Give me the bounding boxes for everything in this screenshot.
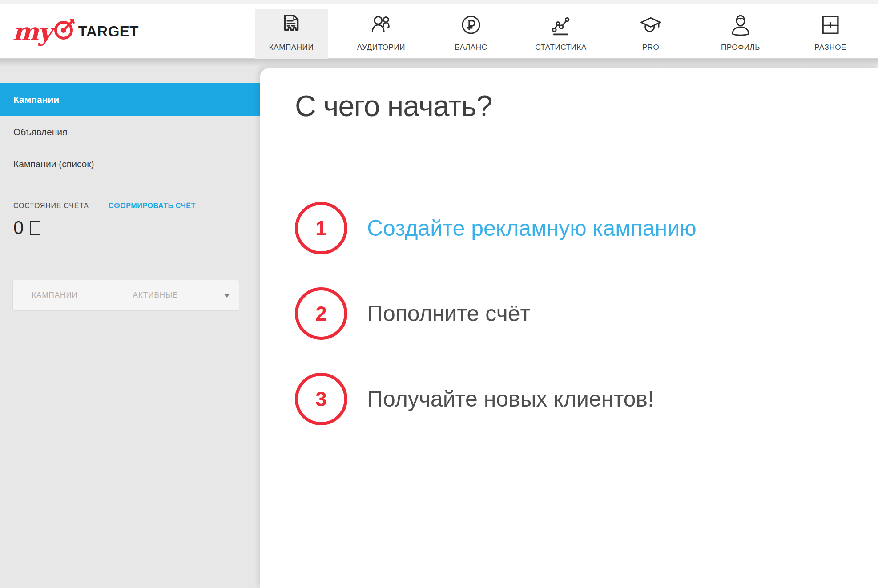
main-nav: КАМПАНИИ АУДИТОРИИ [255,9,867,59]
page-area: Кампании Объявления Кампании (список) СО… [0,59,878,588]
nav-tab-label: PRO [642,43,660,52]
grid-plus-icon [818,12,842,38]
step-number-circle: 1 [295,202,347,254]
ruble-circle-icon [459,12,483,38]
page-title: С чего начать? [295,89,878,123]
person-icon [729,12,753,38]
filter-status-segment[interactable]: АКТИВНЫЕ [97,280,214,310]
step-text: Пополните счёт [367,301,530,326]
nav-tab-label: БАЛАНС [455,43,487,52]
users-icon [369,12,393,38]
line-chart-icon [549,12,573,38]
sidebar-item-ads[interactable]: Объявления [0,116,260,148]
sidebar-menu: Кампании Объявления Кампании (список) [0,59,260,180]
create-campaign-link[interactable]: Создайте рекламную кампанию [367,215,697,241]
nav-tab-misc[interactable]: РАЗНОЕ [794,9,867,59]
campaign-filter-control: КАМПАНИИ АКТИВНЫЕ [12,280,239,311]
logo-target-text: TARGET [78,23,139,40]
step-get-clients: 3 Получайте новых клиентов! [295,373,878,425]
filter-entity-label: КАМПАНИИ [32,291,78,300]
step-text: Получайте новых клиентов! [367,386,654,412]
onboarding-steps: 1 Создайте рекламную кампанию 2 Пополнит… [295,202,878,425]
filter-entity-segment[interactable]: КАМПАНИИ [13,280,97,310]
sidebar-item-campaigns-list[interactable]: Кампании (список) [0,148,260,180]
filter-dropdown-toggle[interactable] [214,280,239,310]
account-balance: 0 [13,217,260,238]
missing-currency-glyph [30,221,40,235]
step-number-circle: 2 [295,287,347,340]
nav-tab-label: ПРОФИЛЬ [721,43,760,52]
nav-tab-statistics[interactable]: СТАТИСТИКА [524,9,597,59]
mytarget-logo[interactable]: my TARGET [12,4,139,59]
step-top-up: 2 Пополните счёт [295,287,878,340]
sidebar-item-label: Объявления [13,127,67,137]
chevron-down-icon [224,294,230,298]
top-header: my TARGET КАМПАНИИ [0,4,878,59]
main-content-panel: С чего начать? 1 Создайте рекламную камп… [260,68,878,588]
target-bullseye-icon [52,17,77,43]
nav-tab-audiences[interactable]: АУДИТОРИИ [345,9,418,59]
logo-my-text: my [12,19,52,44]
nav-tab-campaigns[interactable]: КАМПАНИИ [255,9,328,59]
step-number: 1 [315,216,327,240]
nav-tab-profile[interactable]: ПРОФИЛЬ [704,9,777,59]
sidebar: Кампании Объявления Кампании (список) СО… [0,59,260,588]
graduation-cap-icon [639,12,663,38]
sidebar-item-label: Кампании [13,94,59,105]
sidebar-item-campaigns[interactable]: Кампании [0,83,260,116]
sidebar-divider [0,258,260,258]
nav-tab-balance[interactable]: БАЛАНС [435,9,507,59]
filter-status-label: АКТИВНЫЕ [133,291,178,300]
window-top-strip [0,0,878,4]
step-number-circle: 3 [295,373,347,425]
document-icon [279,12,303,38]
account-status-section: СОСТОЯНИЕ СЧЁТА СФОРМИРОВАТЬ СЧЁТ 0 [0,189,260,238]
nav-tab-label: РАЗНОЕ [814,43,846,52]
step-number: 2 [315,302,327,326]
nav-tab-label: КАМПАНИИ [269,43,314,52]
step-number: 3 [315,387,327,411]
step-create-campaign: 1 Создайте рекламную кампанию [295,202,878,254]
balance-value: 0 [13,217,24,238]
nav-tab-pro[interactable]: PRO [614,9,687,59]
nav-tab-label: СТАТИСТИКА [535,43,587,52]
nav-tab-label: АУДИТОРИИ [357,43,405,52]
account-status-label: СОСТОЯНИЕ СЧЁТА [13,202,89,210]
sidebar-item-label: Кампании (список) [13,159,94,169]
generate-invoice-link[interactable]: СФОРМИРОВАТЬ СЧЁТ [109,202,196,210]
